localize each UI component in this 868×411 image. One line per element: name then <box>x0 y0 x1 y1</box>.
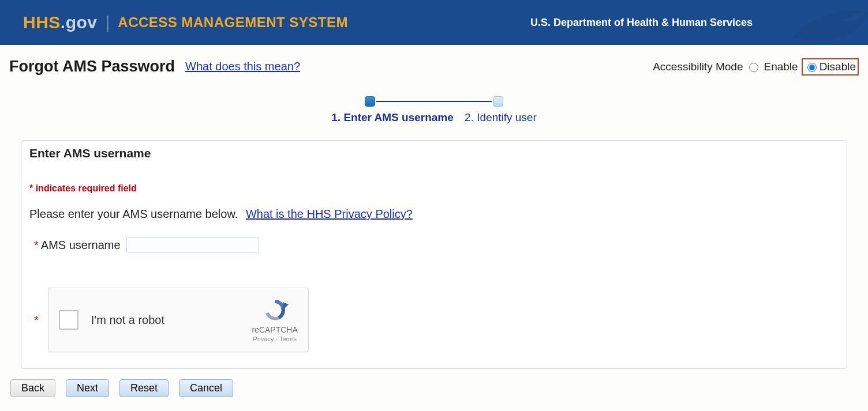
required-star-icon: * <box>34 239 39 252</box>
recaptcha-checkbox[interactable] <box>59 310 78 330</box>
cancel-button[interactable]: Cancel <box>179 379 233 397</box>
help-link[interactable]: What does this mean? <box>185 60 300 73</box>
recaptcha-icon <box>260 297 290 323</box>
recaptcha-label: I'm not a robot <box>91 314 252 327</box>
required-note: * indicates required field <box>29 183 839 194</box>
app-title: ACCESS MANAGEMENT SYSTEM <box>118 14 348 31</box>
progress-labels: 1. Enter AMS username 2. Identify user <box>331 111 536 124</box>
progress-label-step2: 2. Identify user <box>465 111 537 123</box>
recaptcha-brand-text: reCAPTCHA <box>252 325 297 334</box>
accessibility-disable-label: Disable <box>820 61 856 73</box>
progress-label-step1: 1. Enter AMS username <box>331 111 454 123</box>
logo-divider: | <box>106 13 110 32</box>
accessibility-disable-highlight: Disable <box>802 58 859 76</box>
accessibility-disable-radio[interactable] <box>807 63 817 72</box>
page-title: Forgot AMS Password <box>9 58 175 76</box>
wizard-progress: 1. Enter AMS username 2. Identify user <box>0 96 868 124</box>
username-label: AMS username <box>41 239 121 252</box>
accessibility-label: Accessibility Mode <box>653 61 743 73</box>
next-button[interactable]: Next <box>66 379 109 397</box>
recaptcha-branding: reCAPTCHA Privacy - Terms <box>252 297 297 342</box>
department-name: U.S. Department of Health & Human Servic… <box>530 17 753 29</box>
button-row: Back Next Reset Cancel <box>10 379 868 397</box>
logo-text-dot: . <box>61 13 66 32</box>
site-logo: HHS.gov <box>23 13 98 32</box>
progress-dot-step1 <box>365 96 375 107</box>
logo-text-gov: gov <box>66 13 98 32</box>
accessibility-mode: Accessibility Mode Enable Disable <box>653 58 859 76</box>
form-panel: Enter AMS username * indicates required … <box>21 140 847 369</box>
required-star-icon: * <box>34 314 39 327</box>
instruction-text: Please enter your AMS username below. <box>29 208 238 220</box>
subheader: Forgot AMS Password What does this mean?… <box>0 45 868 76</box>
progress-dot-step2 <box>493 96 503 107</box>
accessibility-enable-label: Enable <box>764 61 798 73</box>
recaptcha-terms-text: Privacy - Terms <box>252 335 297 342</box>
captcha-row: * I'm not a robot reCAPTCHA Privacy - Te… <box>34 288 839 352</box>
instruction-row: Please enter your AMS username below. Wh… <box>29 208 839 221</box>
accessibility-enable-radio[interactable] <box>749 63 758 72</box>
panel-title: Enter AMS username <box>29 146 839 160</box>
site-header: HHS.gov | ACCESS MANAGEMENT SYSTEM U.S. … <box>0 0 868 45</box>
privacy-policy-link[interactable]: What is the HHS Privacy Policy? <box>246 208 413 220</box>
progress-bar <box>376 101 492 102</box>
username-input[interactable] <box>126 237 259 253</box>
reset-button[interactable]: Reset <box>119 379 169 397</box>
back-button[interactable]: Back <box>10 379 55 397</box>
recaptcha-widget: I'm not a robot reCAPTCHA Privacy - Term… <box>48 288 309 352</box>
eagle-watermark-icon <box>787 0 868 45</box>
logo-text-hhs: HHS <box>23 13 61 32</box>
username-field-row: * AMS username <box>34 237 839 253</box>
progress-track <box>365 96 503 107</box>
